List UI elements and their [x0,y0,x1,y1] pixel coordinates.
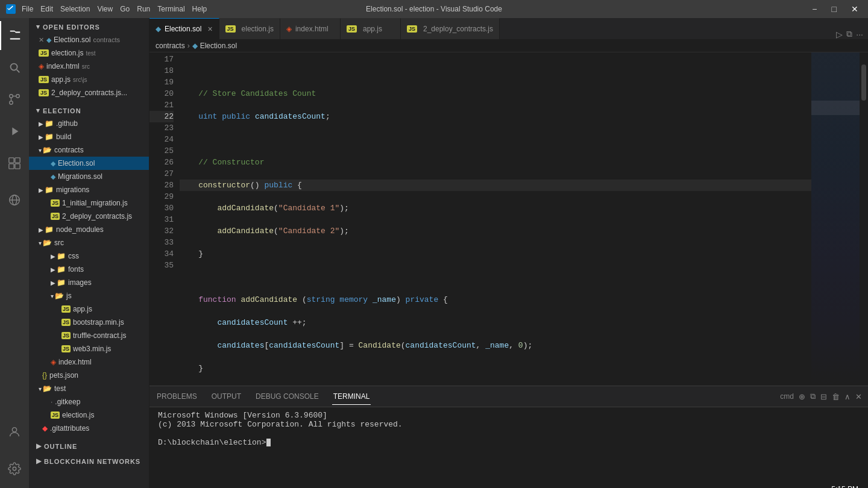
activity-explorer[interactable] [0,21,29,50]
menu-run[interactable]: Run [137,5,150,13]
menu-edit[interactable]: Edit [40,5,53,13]
folder-css[interactable]: ▶ 📁 css [29,249,149,263]
file-bootstrap[interactable]: JS bootstrap.min.js [29,316,149,329]
folder-contracts[interactable]: ▾ 📂 contracts [29,143,149,157]
folder-node-modules[interactable]: ▶ 📁 node_modules [29,223,149,236]
open-editor-election-js[interactable]: JS election.js test [29,46,149,60]
file-1-migration[interactable]: JS 1_initial_migration.js [29,196,149,210]
chevron-right-icon: ▶ [39,134,43,140]
tab-problems[interactable]: PROBLEMS [156,389,198,405]
activity-source-control[interactable] [0,85,29,114]
menu-go[interactable]: Go [120,5,130,13]
split-editor-icon[interactable]: ⧉ [846,29,852,39]
activity-settings[interactable] [0,454,29,483]
menu-terminal[interactable]: Terminal [157,5,184,13]
menu-bar[interactable]: File Edit Selection View Go Run Terminal… [22,5,207,13]
more-actions-icon[interactable]: ··· [856,30,863,39]
breadcrumb-sol-icon: ◆ [192,42,198,50]
js-icon: JS [51,411,60,419]
minimize-button[interactable]: − [808,3,820,15]
file-truffle[interactable]: JS truffle-contract.js [29,329,149,342]
tab-output[interactable]: OUTPUT [210,389,242,405]
tab-close-button[interactable]: × [207,24,212,34]
file-index-html-src[interactable]: ◈ index.html [29,355,149,369]
vertical-scrollbar[interactable] [860,52,868,386]
code-content[interactable]: // Store Candidates Count uint public ca… [180,52,811,386]
svg-point-15 [13,467,16,471]
tabs-bar: ◆ Election.sol × JS election.js ◈ index.… [149,18,868,39]
chevron-down-icon: ▾ [36,23,40,31]
svg-rect-7 [9,158,14,163]
delete-terminal-icon[interactable]: 🗑 [832,392,840,401]
tab-deploy-contracts[interactable]: JS 2_deploy_contracts.js [401,18,500,39]
terminal-content[interactable]: Microsoft Windows [Version 6.3.9600] (c)… [149,407,868,488]
file-election-sol[interactable]: ◆ Election.sol [29,157,149,170]
folder-src[interactable]: ▾ 📂 src [29,236,149,249]
close-icon[interactable]: ✕ [39,36,44,44]
vscode-icon [6,4,16,14]
new-terminal-icon[interactable]: ⊕ [799,392,805,401]
menu-view[interactable]: View [97,5,113,13]
chevron-up-icon[interactable]: ∧ [844,392,851,401]
folder-migrations[interactable]: ▶ 📁 migrations [29,183,149,196]
open-editor-deploy[interactable]: JS 2_deploy_contracts.js... [29,86,149,99]
tab-terminal[interactable]: TERMINAL [332,389,371,405]
title-bar: File Edit Selection View Go Run Terminal… [0,0,868,18]
election-folder-header[interactable]: ▾ ELECTION [29,102,149,117]
close-panel-icon[interactable]: ✕ [855,392,862,401]
open-editor-app-js[interactable]: JS app.js src\js [29,73,149,86]
close-button[interactable]: ✕ [848,3,862,15]
minimap[interactable] [811,52,860,386]
activity-accounts[interactable] [0,418,29,446]
activity-extensions[interactable] [0,149,29,178]
tab-app-js[interactable]: JS app.js [341,18,401,39]
open-editors-header[interactable]: ▾ OPEN EDITORS [29,18,149,33]
activity-debug[interactable] [0,117,29,146]
file-gitattributes[interactable]: ◆ .gitattributes [29,422,149,435]
svg-rect-10 [15,164,20,169]
file-migrations-sol[interactable]: ◆ Migrations.sol [29,170,149,183]
file-gitkeep[interactable]: · .gitkeep [29,395,149,408]
maximize-button[interactable]: □ [828,3,840,15]
folder-images[interactable]: ▶ 📁 images [29,276,149,289]
tab-index-html[interactable]: ◈ index.html [280,18,341,39]
code-editor[interactable]: 17 18 19 20 21 22 23 24 25 26 27 28 29 3… [149,52,868,386]
activity-search[interactable] [0,53,29,82]
tab-election-js[interactable]: JS election.js [219,18,280,39]
folder-test[interactable]: ▾ 📂 test [29,382,149,395]
line-numbers: 17 18 19 20 21 22 23 24 25 26 27 28 29 3… [149,52,180,386]
folder-github[interactable]: ▶ 📁 .github [29,117,149,130]
breadcrumb-contracts[interactable]: contracts [156,42,185,50]
run-icon[interactable]: ▷ [836,30,843,39]
folder-js[interactable]: ▾ 📂 js [29,289,149,302]
chevron-right-icon: ▶ [36,442,42,450]
file-icon: · [51,398,52,406]
chevron-right-icon: ▶ [39,120,43,127]
tab-debug-console[interactable]: DEBUG CONSOLE [254,389,320,405]
svg-rect-9 [9,164,14,169]
folder-open-icon: 📂 [43,239,52,247]
open-editor-election-sol[interactable]: ✕ ◆ Election.sol contracts [29,33,149,46]
activity-remote-explorer[interactable] [0,186,29,214]
editor-actions[interactable]: ▷ ⧉ ··· [831,29,868,39]
file-app-js-src[interactable]: JS app.js [29,302,149,316]
file-2-deploy[interactable]: JS 2_deploy_contracts.js [29,210,149,223]
blockchain-header[interactable]: ▶ BLOCKCHAIN NETWORKS [29,452,149,468]
folder-build[interactable]: ▶ 📁 build [29,130,149,143]
git-icon: ◆ [42,424,48,433]
window-controls[interactable]: − □ ✕ [808,3,862,15]
terminal-layout-icon[interactable]: ⊟ [820,392,827,401]
file-web3[interactable]: JS web3.min.js [29,342,149,355]
svg-point-4 [10,95,13,98]
outline-header[interactable]: ▶ OUTLINE [29,437,149,452]
open-editor-index-html[interactable]: ◈ index.html src [29,60,149,73]
menu-selection[interactable]: Selection [60,5,90,13]
tab-election-sol[interactable]: ◆ Election.sol × [149,18,219,39]
menu-help[interactable]: Help [192,5,207,13]
folder-fonts[interactable]: ▶ 📁 fonts [29,263,149,276]
breadcrumb-filename[interactable]: Election.sol [200,42,237,50]
menu-file[interactable]: File [22,5,33,13]
file-pets-json[interactable]: {} pets.json [29,369,149,382]
split-terminal-icon[interactable]: ⧉ [810,392,816,401]
file-election-test[interactable]: JS election.js [29,408,149,422]
